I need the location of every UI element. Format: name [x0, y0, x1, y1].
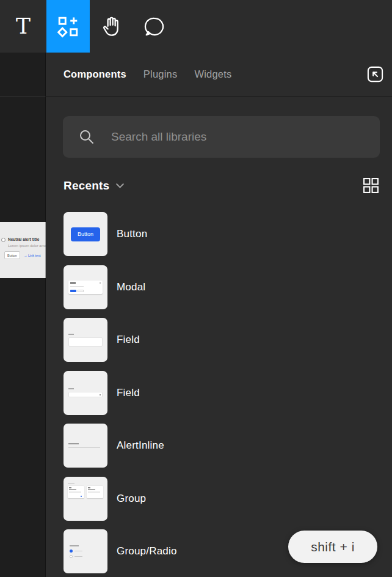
- canvas-area[interactable]: Neutral alert title Lorem ipsum dolor am…: [0, 53, 46, 577]
- component-name: Modal: [117, 281, 145, 293]
- shortcut-text: shift + i: [311, 540, 355, 554]
- comment-tool[interactable]: [133, 0, 176, 53]
- component-thumbnail: [64, 371, 107, 415]
- component-name: Group/Radio: [117, 545, 177, 557]
- section-title: Recents: [64, 179, 109, 193]
- tab-plugins[interactable]: Plugins: [143, 68, 178, 80]
- figma-app: T: [0, 0, 392, 577]
- components-list: Button Button Modal Field: [64, 212, 392, 577]
- hand-icon: [100, 15, 123, 38]
- thumbnail-button: Button: [71, 227, 100, 241]
- comment-bubble-icon: [144, 16, 165, 37]
- list-item-modal[interactable]: Modal: [64, 265, 392, 309]
- radio-unselected-icon: [70, 555, 73, 558]
- component-name: Button: [117, 228, 147, 240]
- list-item-field-2[interactable]: Field: [64, 371, 392, 415]
- list-item-group[interactable]: Group: [64, 477, 392, 521]
- component-thumbnail: [64, 424, 107, 468]
- text-tool[interactable]: T: [0, 0, 46, 53]
- search-icon: [78, 128, 95, 145]
- info-icon: [1, 238, 5, 242]
- components-panel: Components Plugins Widgets: [46, 53, 392, 577]
- alert-link[interactable]: → Link text: [24, 254, 41, 257]
- component-thumbnail: Button: [64, 212, 107, 256]
- list-item-field[interactable]: Field: [64, 318, 392, 362]
- list-item-button[interactable]: Button Button: [64, 212, 392, 256]
- alert-button[interactable]: Button: [4, 251, 20, 259]
- component-name: Field: [117, 334, 140, 346]
- grid-view-icon: [363, 177, 379, 194]
- alert-title: Neutral alert title: [4, 237, 46, 241]
- components-tool[interactable]: [46, 0, 90, 53]
- component-thumbnail: [64, 265, 107, 309]
- component-thumbnail: [64, 529, 107, 573]
- tab-components[interactable]: Components: [64, 68, 126, 80]
- chevron-down-icon: [115, 183, 125, 188]
- section-header: Recents: [64, 177, 379, 194]
- search-field[interactable]: [63, 116, 380, 158]
- component-thumbnail: [64, 477, 107, 521]
- canvas-divider: [0, 96, 46, 97]
- component-name: AlertInline: [117, 439, 164, 452]
- toolbar: T: [0, 0, 392, 53]
- tab-widgets[interactable]: Widgets: [194, 68, 231, 80]
- component-name: Group: [117, 493, 146, 505]
- hand-tool[interactable]: [90, 0, 133, 53]
- grid-view-button[interactable]: [363, 177, 379, 194]
- components-icon: [57, 15, 79, 38]
- alert-body: Lorem ipsum dolor amet conse: [4, 244, 46, 248]
- panel-header: Components Plugins Widgets: [46, 53, 392, 97]
- canvas-alert-preview[interactable]: Neutral alert title Lorem ipsum dolor am…: [0, 222, 46, 278]
- component-name: Field: [117, 387, 140, 399]
- component-thumbnail: [64, 318, 107, 362]
- list-item-alertinline[interactable]: AlertInline: [64, 424, 392, 468]
- panel-tabs: Components Plugins Widgets: [64, 68, 366, 80]
- radio-selected-icon: [70, 549, 73, 553]
- search-input[interactable]: [111, 130, 370, 144]
- keyboard-shortcut-hint: shift + i: [288, 531, 377, 563]
- recents-dropdown[interactable]: Recents: [64, 179, 125, 193]
- open-as-window-button[interactable]: [366, 65, 384, 83]
- text-tool-icon: T: [16, 15, 31, 37]
- arrow-up-left-square-icon: [366, 65, 384, 83]
